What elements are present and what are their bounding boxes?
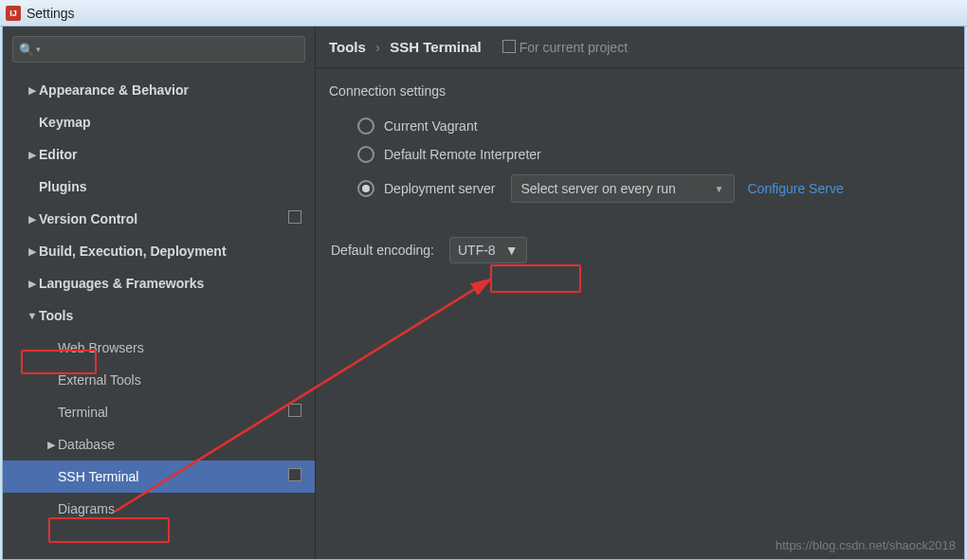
tree-item-label: Diagrams bbox=[58, 501, 115, 516]
tree-item-label: Build, Execution, Deployment bbox=[39, 244, 227, 259]
expander-icon: ▶ bbox=[26, 213, 39, 226]
tree-item-label: SSH Terminal bbox=[58, 469, 138, 484]
tree-item-editor[interactable]: ▶Editor bbox=[3, 138, 315, 171]
expander-icon: ▶ bbox=[26, 84, 39, 97]
expander-icon: ▶ bbox=[26, 278, 39, 290]
tree-item-external-tools[interactable]: External Tools bbox=[3, 364, 315, 396]
tree-item-diagrams[interactable]: Diagrams bbox=[3, 493, 315, 525]
radio-label: Default Remote Interpreter bbox=[384, 147, 541, 162]
tree-item-build-execution-deployment[interactable]: ▶Build, Execution, Deployment bbox=[3, 235, 315, 267]
tree-item-label: Languages & Frameworks bbox=[39, 276, 204, 291]
breadcrumb: Tools › SSH Terminal bbox=[329, 39, 482, 55]
dropdown-value: Select server on every run bbox=[521, 181, 676, 196]
radio-deployment-server[interactable]: Deployment server Select server on every… bbox=[357, 174, 951, 203]
radio-icon bbox=[357, 117, 374, 135]
tree-item-label: Keymap bbox=[39, 115, 90, 130]
window-body: 🔍 ▾ ▶Appearance & BehaviorKeymap▶EditorP… bbox=[2, 27, 965, 560]
tree-item-tools[interactable]: ▼Tools bbox=[3, 299, 315, 332]
tree-item-web-browsers[interactable]: Web Browsers bbox=[3, 332, 315, 364]
tree-item-languages-frameworks[interactable]: ▶Languages & Frameworks bbox=[3, 267, 315, 299]
encoding-label: Default encoding: bbox=[331, 243, 434, 258]
search-box[interactable]: 🔍 ▾ bbox=[12, 36, 305, 63]
tree-item-label: Web Browsers bbox=[58, 340, 144, 355]
section-title: Connection settings bbox=[329, 83, 951, 99]
tree-item-ssh-terminal[interactable]: SSH Terminal bbox=[3, 461, 315, 493]
titlebar: IJ Settings bbox=[0, 0, 967, 27]
radio-default-remote-interpreter[interactable]: Default Remote Interpreter bbox=[357, 140, 951, 169]
tree-item-label: Version Control bbox=[39, 211, 137, 226]
tree-item-label: External Tools bbox=[58, 372, 141, 388]
settings-tree: ▶Appearance & BehaviorKeymap▶EditorPlugi… bbox=[3, 68, 315, 559]
scope-badge: For current project bbox=[504, 40, 628, 55]
encoding-dropdown[interactable]: UTF-8 ▼ bbox=[449, 237, 527, 263]
tree-item-keymap[interactable]: Keymap bbox=[3, 106, 315, 138]
radio-current-vagrant[interactable]: Current Vagrant bbox=[357, 112, 951, 140]
expander-icon: ▶ bbox=[45, 439, 58, 451]
tree-item-plugins[interactable]: Plugins bbox=[3, 171, 315, 203]
radio-icon bbox=[357, 146, 374, 163]
project-scope-icon bbox=[290, 470, 301, 484]
settings-main-panel: Tools › SSH Terminal For current project… bbox=[316, 27, 964, 559]
watermark: https://blog.csdn.net/shaock2018 bbox=[775, 538, 956, 552]
app-icon: IJ bbox=[6, 6, 21, 21]
connection-settings-section: Connection settings Current Vagrant Defa… bbox=[316, 68, 964, 263]
settings-sidebar: 🔍 ▾ ▶Appearance & BehaviorKeymap▶EditorP… bbox=[3, 27, 316, 559]
radio-icon bbox=[357, 180, 374, 197]
breadcrumb-bar: Tools › SSH Terminal For current project bbox=[316, 27, 964, 68]
deployment-server-dropdown[interactable]: Select server on every run ▼ bbox=[511, 174, 735, 203]
dropdown-value: UTF-8 bbox=[458, 243, 496, 258]
tree-item-database[interactable]: ▶Database bbox=[3, 428, 315, 461]
tree-item-appearance-behavior[interactable]: ▶Appearance & Behavior bbox=[3, 74, 315, 106]
search-history-caret: ▾ bbox=[36, 45, 41, 54]
tree-item-label: Database bbox=[58, 437, 115, 452]
tree-item-label: Terminal bbox=[58, 405, 108, 420]
breadcrumb-root: Tools bbox=[329, 39, 366, 55]
expander-icon: ▼ bbox=[26, 310, 39, 321]
window-title: Settings bbox=[27, 6, 75, 21]
expander-icon: ▶ bbox=[26, 245, 39, 258]
chevron-down-icon: ▼ bbox=[715, 184, 724, 194]
breadcrumb-leaf: SSH Terminal bbox=[390, 39, 481, 55]
search-wrap: 🔍 ▾ bbox=[3, 27, 315, 68]
configure-servers-link[interactable]: Configure Serve bbox=[748, 181, 844, 196]
breadcrumb-separator: › bbox=[370, 39, 386, 55]
tree-item-label: Plugins bbox=[39, 179, 87, 194]
tree-item-version-control[interactable]: ▶Version Control bbox=[3, 203, 315, 235]
tree-item-terminal[interactable]: Terminal bbox=[3, 396, 315, 428]
radio-label: Deployment server bbox=[384, 181, 496, 196]
project-scope-icon bbox=[290, 212, 301, 226]
tree-item-label: Editor bbox=[39, 147, 77, 162]
search-icon: 🔍 bbox=[19, 43, 34, 57]
expander-icon: ▶ bbox=[26, 149, 39, 161]
project-scope-icon bbox=[504, 42, 516, 53]
search-input[interactable] bbox=[46, 43, 299, 57]
project-scope-icon bbox=[290, 406, 301, 420]
tree-item-label: Tools bbox=[39, 308, 73, 323]
radio-label: Current Vagrant bbox=[384, 118, 478, 134]
scope-label: For current project bbox=[520, 40, 628, 55]
tree-item-label: Appearance & Behavior bbox=[39, 82, 189, 98]
deployment-extras: Select server on every run ▼ Configure S… bbox=[511, 174, 844, 203]
default-encoding-row: Default encoding: UTF-8 ▼ bbox=[331, 237, 951, 263]
chevron-down-icon: ▼ bbox=[505, 243, 519, 258]
